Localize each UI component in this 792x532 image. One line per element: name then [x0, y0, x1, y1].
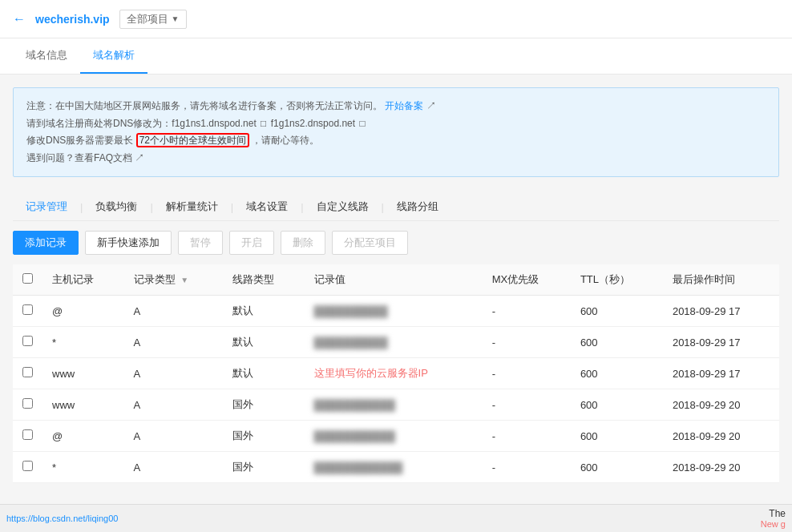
alert-box: 注意：在中国大陆地区开展网站服务，请先将域名进行备案，否则将无法正常访问。 开始… [13, 87, 779, 177]
table-row: *A国外████████████-6002018-09-29 20 [13, 452, 779, 483]
row-line: 默认 [223, 296, 305, 327]
alert-icp-link[interactable]: 开始备案 [385, 100, 423, 111]
row-host: * [42, 327, 124, 358]
row-host: @ [42, 296, 124, 327]
row-type: A [124, 452, 224, 483]
alert-line3-prefix: 修改DNS服务器需要最长 [26, 135, 133, 146]
top-header: ← wecherish.vip 全部项目 ▼ [0, 0, 792, 38]
table-row: wwwA默认这里填写你的云服务器IP-6002018-09-29 17 [13, 358, 779, 389]
row-value: ███████████ [305, 421, 483, 452]
row-value: ██████████ [305, 327, 483, 358]
row-checkbox[interactable] [22, 304, 33, 315]
site-name: wecherish.vip [35, 13, 110, 26]
row-value: ███████████ [305, 389, 483, 421]
row-mx: - [483, 452, 571, 483]
row-ttl: 600 [571, 296, 663, 327]
table-header-ttl: TTL（秒） [571, 264, 663, 296]
table-header-time: 最后操作时间 [663, 264, 779, 296]
row-checkbox[interactable] [22, 429, 33, 440]
row-ttl: 600 [571, 389, 663, 421]
alert-copy1-icon[interactable]: □ [261, 118, 266, 129]
table-row: @A国外███████████-6002018-09-29 20 [13, 421, 779, 452]
sub-tab-stats[interactable]: 解析量统计 [153, 193, 231, 220]
row-time: 2018-09-29 20 [663, 389, 779, 421]
alert-line3-suffix: ，请耐心等待。 [252, 135, 319, 146]
row-time: 2018-09-29 17 [663, 296, 779, 327]
row-type: A [124, 389, 224, 421]
row-checkbox[interactable] [22, 461, 33, 471]
table-header-type: 记录类型 ▼ [124, 264, 224, 296]
back-button[interactable]: ← [13, 12, 26, 26]
chevron-down-icon: ▼ [172, 14, 180, 23]
row-line: 国外 [223, 421, 305, 452]
delete-button[interactable]: 删除 [281, 231, 325, 255]
alert-dns2: f1g1ns2.dnspod.net [271, 118, 355, 129]
row-line: 默认 [223, 358, 305, 389]
row-checkbox[interactable] [22, 398, 33, 409]
sub-tab-line-groups[interactable]: 线路分组 [384, 193, 451, 220]
row-type: A [124, 421, 224, 452]
row-time: 2018-09-29 20 [663, 452, 779, 483]
row-type: A [124, 358, 224, 389]
alert-dns-prefix: 请到域名注册商处将DNS修改为：f1g1ns1.dnspod.net [26, 118, 257, 129]
sub-tab-loadbalance[interactable]: 负载均衡 [83, 193, 150, 220]
row-line: 国外 [223, 389, 305, 421]
alert-highlight-time: 72个小时的全球生效时间 [136, 133, 249, 147]
row-host: * [42, 452, 124, 483]
pause-button[interactable]: 暂停 [178, 231, 223, 255]
row-ttl: 600 [571, 421, 663, 452]
row-mx: - [483, 327, 571, 358]
row-mx: - [483, 421, 571, 452]
row-host: @ [42, 421, 124, 452]
action-bar: 添加记录 新手快速添加 暂停 开启 删除 分配至项目 [13, 231, 779, 255]
row-ttl: 600 [571, 358, 663, 389]
table-row: *A默认██████████-6002018-09-29 17 [13, 327, 779, 358]
row-value: ██████████ [305, 296, 483, 327]
table-header-line: 线路类型 [223, 264, 305, 296]
sub-tab-custom-lines[interactable]: 自定义线路 [304, 193, 382, 220]
row-host: www [42, 389, 124, 421]
dns-table: 主机记录 记录类型 ▼ 线路类型 记录值 MX优先级 TTL（秒） 最后操作时间… [13, 264, 779, 483]
row-type: A [124, 327, 224, 358]
row-mx: - [483, 389, 571, 421]
row-checkbox[interactable] [22, 336, 33, 346]
project-selector[interactable]: 全部项目 ▼ [119, 10, 187, 29]
row-mx: - [483, 358, 571, 389]
quick-add-button[interactable]: 新手快速添加 [85, 231, 172, 255]
table-row: @A默认██████████-6002018-09-29 17 [13, 296, 779, 327]
row-line: 国外 [223, 452, 305, 483]
assign-project-button[interactable]: 分配至项目 [332, 231, 408, 255]
row-ttl: 600 [571, 327, 663, 358]
main-tab-bar: 域名信息 域名解析 [0, 38, 792, 75]
alert-link-icon: ↗ [426, 100, 436, 111]
project-selector-label: 全部项目 [127, 12, 168, 26]
tab-domain-dns[interactable]: 域名解析 [80, 38, 147, 74]
row-value: 这里填写你的云服务器IP [305, 358, 483, 389]
row-time: 2018-09-29 17 [663, 327, 779, 358]
row-type: A [124, 296, 224, 327]
alert-faq-icon: ↗ [135, 152, 144, 163]
alert-faq-text: 遇到问题？查看FAQ文档 [26, 152, 132, 163]
table-header-value: 记录值 [305, 264, 483, 296]
row-value: ████████████ [305, 452, 483, 483]
row-checkbox[interactable] [22, 367, 33, 377]
sub-tab-records[interactable]: 记录管理 [13, 193, 80, 220]
tab-domain-info[interactable]: 域名信息 [13, 38, 80, 74]
sub-tab-bar: 记录管理 | 负载均衡 | 解析量统计 | 域名设置 | 自定义线路 | 线路分… [13, 193, 779, 221]
filter-icon[interactable]: ▼ [180, 276, 188, 284]
alert-copy2-icon[interactable]: □ [359, 118, 365, 129]
row-mx: - [483, 296, 571, 327]
main-content: 注意：在中国大陆地区开展网站服务，请先将域名进行备案，否则将无法正常访问。 开始… [0, 75, 792, 496]
select-all-checkbox[interactable] [22, 273, 33, 284]
row-line: 默认 [223, 327, 305, 358]
alert-line1-text: 注意：在中国大陆地区开展网站服务，请先将域名进行备案，否则将无法正常访问。 [26, 100, 382, 111]
enable-button[interactable]: 开启 [229, 231, 274, 255]
table-row: wwwA国外███████████-6002018-09-29 20 [13, 389, 779, 421]
table-header-mx: MX优先级 [483, 264, 571, 296]
add-record-button[interactable]: 添加记录 [13, 231, 79, 255]
table-header-host: 主机记录 [42, 264, 124, 296]
row-time: 2018-09-29 17 [663, 358, 779, 389]
row-time: 2018-09-29 20 [663, 421, 779, 452]
sub-tab-settings[interactable]: 域名设置 [233, 193, 301, 220]
row-host: www [42, 358, 124, 389]
